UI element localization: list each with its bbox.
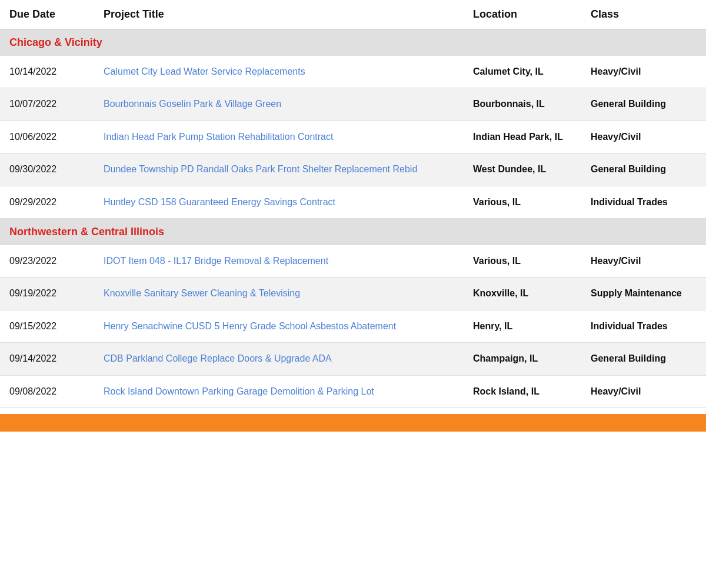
title-cell: Indian Head Park Pump Station Rehabilita…: [104, 131, 473, 143]
date-cell: 09/23/2022: [9, 255, 104, 266]
class-cell: Heavy/Civil: [591, 65, 697, 78]
header-due-date: Due Date: [9, 8, 104, 21]
table-row: 09/08/2022Rock Island Downtown Parking G…: [0, 376, 706, 408]
date-cell: 09/29/2022: [9, 196, 104, 208]
section-title-0: Chicago & Vicinity: [9, 36, 697, 49]
table-row: 09/30/2022Dundee Township PD Randall Oak…: [0, 153, 706, 186]
bottom-bar: [0, 414, 706, 432]
project-link[interactable]: Calumet City Lead Water Service Replacem…: [104, 66, 305, 76]
table-header: Due Date Project Title Location Class: [0, 0, 706, 29]
project-link[interactable]: CDB Parkland College Replace Doors & Upg…: [104, 353, 332, 363]
title-cell: Rock Island Downtown Parking Garage Demo…: [104, 385, 473, 398]
location-cell: Champaign, IL: [473, 352, 591, 365]
location-cell: Knoxville, IL: [473, 287, 591, 300]
location-cell: Rock Island, IL: [473, 385, 591, 398]
title-cell: Huntley CSD 158 Guaranteed Energy Saving…: [104, 196, 473, 209]
table-row: 10/07/2022Bourbonnais Goselin Park & Vil…: [0, 88, 706, 121]
class-cell: General Building: [591, 163, 697, 176]
project-link[interactable]: Bourbonnais Goselin Park & Village Green: [104, 99, 281, 109]
table-row: 09/23/2022IDOT Item 048 - IL17 Bridge Re…: [0, 245, 706, 278]
project-link[interactable]: Huntley CSD 158 Guaranteed Energy Saving…: [104, 197, 335, 207]
project-link[interactable]: Rock Island Downtown Parking Garage Demo…: [104, 386, 374, 396]
title-cell: IDOT Item 048 - IL17 Bridge Removal & Re…: [104, 255, 473, 268]
class-cell: Individual Trades: [591, 196, 697, 209]
date-cell: 09/14/2022: [9, 352, 104, 364]
section-title-1: Northwestern & Central Illinois: [9, 226, 697, 238]
table-row: 10/14/2022Calumet City Lead Water Servic…: [0, 56, 706, 88]
table-row: 09/15/2022Henry Senachwine CUSD 5 Henry …: [0, 310, 706, 343]
class-cell: General Building: [591, 98, 697, 111]
class-cell: Heavy/Civil: [591, 255, 697, 268]
title-cell: Calumet City Lead Water Service Replacem…: [104, 65, 473, 78]
location-cell: Bourbonnais, IL: [473, 98, 591, 111]
title-cell: CDB Parkland College Replace Doors & Upg…: [104, 352, 473, 365]
date-cell: 09/15/2022: [9, 320, 104, 332]
class-cell: Heavy/Civil: [591, 131, 697, 143]
project-link[interactable]: Henry Senachwine CUSD 5 Henry Grade Scho…: [104, 321, 396, 331]
location-cell: West Dundee, IL: [473, 163, 591, 176]
location-cell: Various, IL: [473, 196, 591, 209]
date-cell: 10/14/2022: [9, 65, 104, 77]
title-cell: Henry Senachwine CUSD 5 Henry Grade Scho…: [104, 320, 473, 333]
header-class: Class: [591, 8, 697, 21]
date-cell: 09/19/2022: [9, 287, 104, 299]
section-header-1: Northwestern & Central Illinois: [0, 219, 706, 245]
section-header-0: Chicago & Vicinity: [0, 29, 706, 56]
class-cell: Individual Trades: [591, 320, 697, 333]
date-cell: 09/08/2022: [9, 385, 104, 397]
header-location: Location: [473, 8, 591, 21]
project-link[interactable]: Knoxville Sanitary Sewer Cleaning & Tele…: [104, 288, 300, 298]
table-row: 10/06/2022Indian Head Park Pump Station …: [0, 121, 706, 153]
location-cell: Indian Head Park, IL: [473, 131, 591, 143]
table-row: 09/19/2022Knoxville Sanitary Sewer Clean…: [0, 278, 706, 310]
date-cell: 09/30/2022: [9, 163, 104, 175]
class-cell: Heavy/Civil: [591, 385, 697, 398]
project-link[interactable]: IDOT Item 048 - IL17 Bridge Removal & Re…: [104, 256, 328, 266]
table-row: 09/14/2022CDB Parkland College Replace D…: [0, 343, 706, 375]
header-project-title: Project Title: [104, 8, 473, 21]
location-cell: Various, IL: [473, 255, 591, 268]
title-cell: Bourbonnais Goselin Park & Village Green: [104, 98, 473, 111]
date-cell: 10/06/2022: [9, 131, 104, 142]
project-link[interactable]: Indian Head Park Pump Station Rehabilita…: [104, 132, 333, 142]
location-cell: Calumet City, IL: [473, 65, 591, 78]
project-link[interactable]: Dundee Township PD Randall Oaks Park Fro…: [104, 164, 417, 174]
date-cell: 10/07/2022: [9, 98, 104, 109]
title-cell: Dundee Township PD Randall Oaks Park Fro…: [104, 163, 473, 176]
class-cell: General Building: [591, 352, 697, 365]
table-row: 09/29/2022Huntley CSD 158 Guaranteed Ene…: [0, 186, 706, 219]
title-cell: Knoxville Sanitary Sewer Cleaning & Tele…: [104, 287, 473, 300]
sections-container: Chicago & Vicinity10/14/2022Calumet City…: [0, 29, 706, 408]
class-cell: Supply Maintenance: [591, 287, 697, 300]
location-cell: Henry, IL: [473, 320, 591, 333]
projects-table: Due Date Project Title Location Class Ch…: [0, 0, 706, 432]
